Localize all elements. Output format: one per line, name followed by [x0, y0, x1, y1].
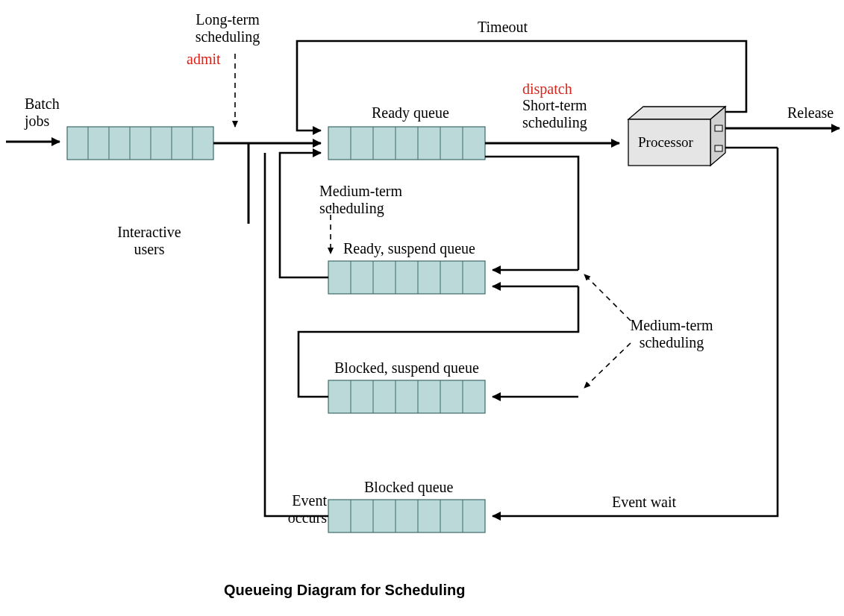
label-medium-term-right: Medium-termscheduling [612, 317, 731, 351]
svg-rect-38 [328, 380, 485, 413]
diagram-caption: Queueing Diagram for Scheduling [224, 582, 465, 599]
svg-rect-24 [715, 145, 722, 151]
label-blocked-queue: Blocked queue [364, 479, 453, 496]
label-interactive: Interactiveusers [104, 224, 194, 258]
label-medium-term-top: Medium-termscheduling [319, 183, 402, 217]
label-processor: Processor [638, 134, 693, 151]
ready-suspend-queue [328, 261, 485, 294]
svg-marker-20 [628, 107, 725, 119]
svg-rect-1 [67, 127, 213, 160]
svg-rect-27 [328, 261, 485, 294]
svg-rect-23 [715, 125, 722, 131]
batch-queue [67, 127, 213, 160]
label-timeout: Timeout [478, 19, 528, 36]
label-ready-suspend: Ready, suspend queue [343, 240, 475, 257]
label-ready-queue: Ready queue [372, 104, 449, 122]
svg-rect-47 [328, 500, 485, 532]
label-admit: admit [187, 51, 221, 68]
ready-queue [328, 127, 485, 160]
label-dispatch: dispatch [522, 81, 572, 98]
label-event-occurs: Eventoccurs [267, 492, 327, 527]
label-event-wait: Event wait [612, 494, 676, 511]
diagram-svg [0, 0, 844, 616]
label-batch-jobs: Batchjobs [25, 95, 60, 130]
label-short-term: Short-termscheduling [522, 97, 587, 131]
label-blocked-suspend: Blocked, suspend queue [334, 359, 479, 377]
svg-rect-12 [328, 127, 485, 160]
label-long-term: Long-termscheduling [175, 11, 280, 45]
scheduling-queue-diagram: { "caption": "Queueing Diagram for Sched… [0, 0, 844, 616]
svg-line-36 [584, 274, 631, 321]
label-release: Release [787, 104, 834, 122]
blocked-queue [328, 500, 485, 532]
blocked-suspend-queue [328, 380, 485, 413]
